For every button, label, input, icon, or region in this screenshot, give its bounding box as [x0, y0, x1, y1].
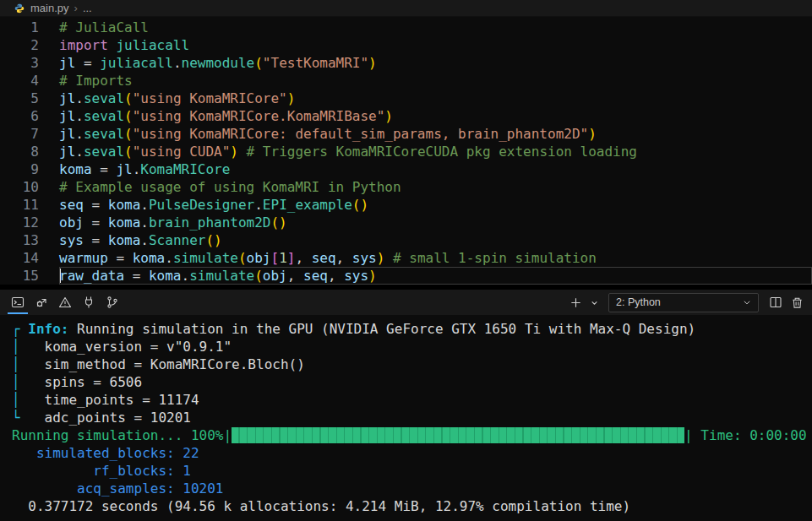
- code-line[interactable]: 12obj = koma.brain_phantom2D(): [0, 214, 812, 231]
- code-content: jl.seval("using KomaMRICore: default_sim…: [59, 125, 812, 143]
- problems-icon: [58, 296, 72, 309]
- code-line[interactable]: 13sys = koma.Scanner(): [0, 231, 812, 249]
- code-line[interactable]: 15raw_data = koma.simulate(obj, seq, sys…: [0, 267, 812, 285]
- code-content: raw_data = koma.simulate(obj, seq, sys): [59, 267, 812, 285]
- chevron-down-icon: [591, 299, 598, 307]
- chevron-down-icon: [743, 298, 751, 307]
- trash-icon: [791, 296, 804, 309]
- line-number: 3: [0, 54, 39, 72]
- git-graph-icon: [106, 296, 119, 309]
- code-line[interactable]: 4# Imports: [0, 72, 812, 90]
- code-content: # Imports: [59, 72, 812, 90]
- ports-icon: [82, 296, 95, 309]
- code-content: warmup = koma.simulate(obj[1], seq, sys)…: [59, 249, 812, 267]
- code-content: jl = juliacall.newmodule("TestKomaMRI"): [59, 54, 812, 72]
- line-number: 6: [0, 107, 39, 125]
- kill-terminal-button[interactable]: [789, 293, 805, 312]
- breadcrumb-symbol[interactable]: ...: [83, 2, 92, 14]
- tab-ports[interactable]: [79, 292, 98, 312]
- debug-console-icon: [35, 296, 48, 309]
- terminal-picker-dropdown[interactable]: 2: Python: [608, 293, 759, 312]
- split-terminal-button[interactable]: [767, 293, 784, 312]
- code-line[interactable]: 8jl.seval("using CUDA") # Triggers KomaM…: [0, 143, 812, 160]
- breadcrumb-separator: ›: [74, 2, 78, 14]
- terminal-line: │ spins = 6506: [12, 373, 812, 391]
- line-number: 9: [0, 160, 39, 178]
- code-line[interactable]: 2import juliacall: [0, 36, 812, 54]
- line-number: 10: [0, 178, 39, 196]
- terminal-line: ┌ Info: Running simulation in the GPU (N…: [12, 320, 812, 338]
- code-line[interactable]: 11seq = koma.PulseDesigner.EPI_example(): [0, 196, 812, 214]
- line-number: 12: [0, 214, 39, 231]
- plus-icon: [569, 296, 582, 309]
- terminal-icon: [11, 296, 25, 309]
- split-terminal-icon: [769, 296, 782, 309]
- code-line[interactable]: 10# Example usage of using KomaMRI in Py…: [0, 178, 812, 196]
- terminal-line: Running simulation... 100%|| Time: 0:00:…: [12, 426, 812, 444]
- panel-actions: 2: Python: [568, 293, 805, 312]
- line-number: 5: [0, 90, 39, 107]
- tab-problems[interactable]: [56, 292, 74, 312]
- terminal-line: │ time_points = 11174: [12, 391, 812, 409]
- code-content: jl.seval("using KomaMRICore"): [59, 90, 812, 107]
- terminal-line: simulated_blocks: 22: [12, 444, 812, 462]
- panel-tabs: [8, 292, 122, 312]
- line-number: 13: [0, 231, 39, 249]
- line-number: 14: [0, 249, 39, 267]
- line-number: 1: [0, 19, 39, 36]
- code-content: import juliacall: [59, 36, 812, 54]
- python-icon: [14, 3, 25, 14]
- code-line[interactable]: 3jl = juliacall.newmodule("TestKomaMRI"): [0, 54, 812, 72]
- code-content: jl.seval("using CUDA") # Triggers KomaMR…: [59, 143, 812, 160]
- code-line[interactable]: 9koma = jl.KomaMRICore: [0, 160, 812, 178]
- tab-terminal[interactable]: [8, 292, 27, 312]
- code-content: jl.seval("using KomaMRICore.KomaMRIBase"…: [59, 107, 812, 125]
- breadcrumb[interactable]: main.py › ...: [0, 0, 812, 17]
- code-line[interactable]: 5jl.seval("using KomaMRICore"): [0, 90, 812, 107]
- code-content: seq = koma.PulseDesigner.EPI_example(): [59, 196, 812, 214]
- terminal-line: acq_samples: 10201: [12, 480, 812, 497]
- code-content: koma = jl.KomaMRICore: [59, 160, 812, 178]
- code-editor[interactable]: 1# JuliaCall2import juliacall3jl = julia…: [0, 17, 812, 285]
- vscode-window: main.py › ... 1# JuliaCall2import juliac…: [0, 0, 812, 521]
- code-line[interactable]: 1# JuliaCall: [0, 19, 812, 36]
- terminal-picker-label: 2: Python: [616, 296, 661, 308]
- terminal-line: │ koma_version = v"0.9.1": [12, 338, 812, 355]
- line-number: 15: [0, 267, 39, 285]
- terminal-line: rf_blocks: 1: [12, 462, 812, 480]
- terminal-line: │ sim_method = KomaMRICore.Bloch(): [12, 355, 812, 373]
- line-number: 11: [0, 196, 39, 214]
- line-number: 7: [0, 125, 39, 143]
- code-content: sys = koma.Scanner(): [59, 231, 812, 249]
- line-number: 4: [0, 72, 39, 90]
- terminal-line: 0.377172 seconds (94.56 k allocations: 4…: [12, 497, 812, 515]
- code-content: obj = koma.brain_phantom2D(): [59, 214, 812, 231]
- line-number: 8: [0, 143, 39, 160]
- line-number: 2: [0, 36, 39, 54]
- code-line[interactable]: 6jl.seval("using KomaMRICore.KomaMRIBase…: [0, 107, 812, 125]
- progress-bar-fill: [232, 427, 684, 443]
- panel-toolbar: 2: Python: [0, 290, 812, 315]
- code-content: # JuliaCall: [59, 19, 812, 36]
- code-line[interactable]: 7jl.seval("using KomaMRICore: default_si…: [0, 125, 812, 143]
- code-line[interactable]: 14warmup = koma.simulate(obj[1], seq, sy…: [0, 249, 812, 267]
- tab-debug-console[interactable]: [32, 292, 51, 312]
- terminal-profile-chevron[interactable]: [589, 293, 600, 312]
- new-terminal-button[interactable]: [568, 293, 584, 312]
- breadcrumb-file[interactable]: main.py: [30, 2, 69, 14]
- terminal-line: └ adc_points = 10201: [12, 409, 812, 426]
- code-content: # Example usage of using KomaMRI in Pyth…: [59, 178, 812, 196]
- terminal-output[interactable]: ┌ Info: Running simulation in the GPU (N…: [0, 315, 812, 515]
- tab-git-graph[interactable]: [103, 292, 122, 312]
